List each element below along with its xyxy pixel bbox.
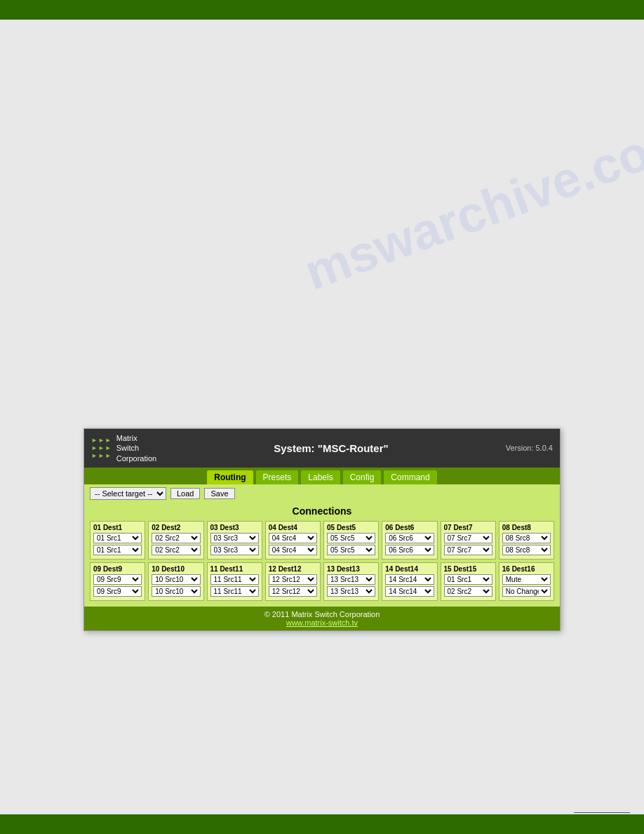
- dest-cell-11: 11 Dest11 11 Src11 11 Src11: [207, 562, 262, 601]
- tab-routing[interactable]: Routing: [206, 470, 253, 484]
- dest-cell-5: 05 Dest5 05 Src5 05 Src5: [323, 521, 379, 560]
- panel-title: System: "MSC-Router": [274, 442, 388, 454]
- dest-label-8: 08 Dest8: [502, 524, 551, 531]
- tab-labels[interactable]: Labels: [300, 470, 340, 484]
- dest-cell-6: 06 Dest6 06 Src6 06 Src6: [382, 521, 437, 560]
- dest-select-5a[interactable]: 05 Src5: [327, 533, 375, 543]
- dest-label-3: 03 Dest3: [210, 524, 259, 531]
- dest-select-14b[interactable]: 14 Src14: [385, 586, 434, 597]
- tab-command[interactable]: Command: [383, 470, 437, 484]
- dest-cell-12: 12 Dest12 12 Src12 12 Src12: [265, 562, 321, 601]
- dest-select-13a[interactable]: 13 Src13: [327, 574, 375, 585]
- dest-select-11a[interactable]: 11 Src11: [210, 574, 259, 585]
- dest-cell-7: 07 Dest7 07 Src7 07 Src7: [441, 521, 496, 560]
- nav-tabs: Routing Presets Labels Config Command: [84, 468, 560, 484]
- dest-select-11b[interactable]: 11 Src11: [210, 586, 259, 597]
- dest-cell-10: 10 Dest10 10 Src10 10 Src10: [148, 562, 203, 601]
- dest-cell-8: 08 Dest8 08 Src8 08 Src8: [499, 521, 554, 560]
- dest-cell-13: 13 Dest13 13 Src13 13 Src13: [323, 562, 379, 601]
- footer-url[interactable]: www.matrix-switch.tv: [286, 618, 358, 627]
- dest-select-15a[interactable]: 01 Src1: [444, 574, 492, 585]
- connections-title: Connections: [90, 505, 554, 517]
- dest-cell-3: 03 Dest3 03 Src3 03 Src3: [207, 521, 262, 560]
- dest-select-5b[interactable]: 05 Src5: [327, 545, 375, 555]
- dest-label-1: 01 Dest1: [93, 524, 142, 531]
- dest-label-12: 12 Dest12: [269, 565, 317, 573]
- dest-label-15: 15 Dest15: [444, 565, 492, 573]
- dest-select-4a[interactable]: 04 Src4: [269, 533, 317, 543]
- dest-select-10a[interactable]: 10 Src10: [152, 574, 200, 585]
- dest-select-14a[interactable]: 14 Src14: [385, 574, 434, 585]
- dest-cell-2: 02 Dest2 02 Src2 02 Src2: [148, 521, 203, 560]
- dest-select-7b[interactable]: 07 Src7: [444, 545, 492, 555]
- dest-label-10: 10 Dest10: [152, 565, 200, 573]
- dest-select-2b[interactable]: 02 Src2: [152, 545, 200, 555]
- dest-select-8b[interactable]: 08 Src8: [502, 545, 551, 555]
- dest-select-1b[interactable]: 01 Src1: [93, 545, 142, 555]
- tab-presets[interactable]: Presets: [255, 470, 300, 484]
- connections-section: Connections 01 Dest1 01 Src1 01 Src1 02 …: [84, 503, 560, 607]
- main-panel: ►►► ►►► ►►► Matrix Switch Corporation Sy…: [83, 428, 561, 631]
- dest-label-2: 02 Dest2: [152, 524, 200, 531]
- dest-label-11: 11 Dest11: [210, 565, 259, 573]
- logo-text: Matrix Switch Corporation: [116, 433, 156, 463]
- panel-version: Version: 5.0.4: [506, 444, 553, 452]
- dest-label-9: 09 Dest9: [93, 565, 142, 573]
- dest-select-7a[interactable]: 07 Src7: [444, 533, 492, 543]
- dest-select-6a[interactable]: 06 Src6: [385, 533, 434, 543]
- dest-select-3a[interactable]: 03 Src3: [210, 533, 259, 543]
- panel-footer: © 2011 Matrix Switch Corporation www.mat…: [84, 607, 560, 630]
- dest-grid: 01 Dest1 01 Src1 01 Src1 02 Dest2 02 Src…: [90, 521, 554, 601]
- dest-select-16a[interactable]: Mute: [502, 574, 551, 585]
- dest-select-6b[interactable]: 06 Src6: [385, 545, 434, 555]
- dest-cell-4: 04 Dest4 04 Src4 04 Src4: [265, 521, 321, 560]
- footer-copyright: © 2011 Matrix Switch Corporation: [88, 610, 556, 618]
- panel-header: ►►► ►►► ►►► Matrix Switch Corporation Sy…: [84, 429, 560, 468]
- dest-select-1a[interactable]: 01 Src1: [93, 533, 142, 543]
- dest-cell-16: 16 Dest16 Mute No Change: [499, 562, 554, 601]
- dest-select-15b[interactable]: 02 Src2: [444, 586, 492, 597]
- dest-select-3b[interactable]: 03 Src3: [210, 545, 259, 555]
- bottom-bar-line: [574, 812, 630, 813]
- dest-select-4b[interactable]: 04 Src4: [269, 545, 317, 555]
- dest-select-12a[interactable]: 12 Src12: [269, 574, 317, 585]
- dest-select-10b[interactable]: 10 Src10: [152, 586, 200, 597]
- dest-cell-9: 09 Dest9 09 Src9 09 Src9: [90, 562, 145, 601]
- dest-label-16: 16 Dest16: [502, 565, 551, 573]
- target-select[interactable]: -- Select target --: [90, 487, 166, 500]
- dest-label-13: 13 Dest13: [327, 565, 375, 573]
- dest-label-5: 05 Dest5: [327, 524, 375, 531]
- dest-cell-14: 14 Dest14 14 Src14 14 Src14: [382, 562, 437, 601]
- dest-select-13b[interactable]: 13 Src13: [327, 586, 375, 597]
- dest-select-12b[interactable]: 12 Src12: [269, 586, 317, 597]
- dest-select-8a[interactable]: 08 Src8: [502, 533, 551, 543]
- dest-cell-1: 01 Dest1 01 Src1 01 Src1: [90, 521, 145, 560]
- watermark: mswarchive.com: [297, 107, 644, 301]
- dest-label-4: 04 Dest4: [269, 524, 317, 531]
- dest-label-6: 06 Dest6: [385, 524, 434, 531]
- logo-area: ►►► ►►► ►►► Matrix Switch Corporation: [91, 433, 156, 463]
- bottom-bar: [0, 814, 644, 834]
- dest-select-9a[interactable]: 09 Src9: [93, 574, 142, 585]
- dest-label-14: 14 Dest14: [385, 565, 434, 573]
- dest-label-7: 07 Dest7: [444, 524, 492, 531]
- save-button[interactable]: Save: [204, 488, 234, 499]
- preset-bar: -- Select target -- Load Save: [84, 484, 560, 503]
- load-button[interactable]: Load: [170, 488, 200, 499]
- tab-config[interactable]: Config: [342, 470, 382, 484]
- dest-select-9b[interactable]: 09 Src9: [93, 586, 142, 597]
- dest-select-16b[interactable]: No Change: [502, 586, 551, 597]
- top-bar: [0, 0, 644, 20]
- dest-select-2a[interactable]: 02 Src2: [152, 533, 200, 543]
- dest-cell-15: 15 Dest15 01 Src1 02 Src2: [441, 562, 496, 601]
